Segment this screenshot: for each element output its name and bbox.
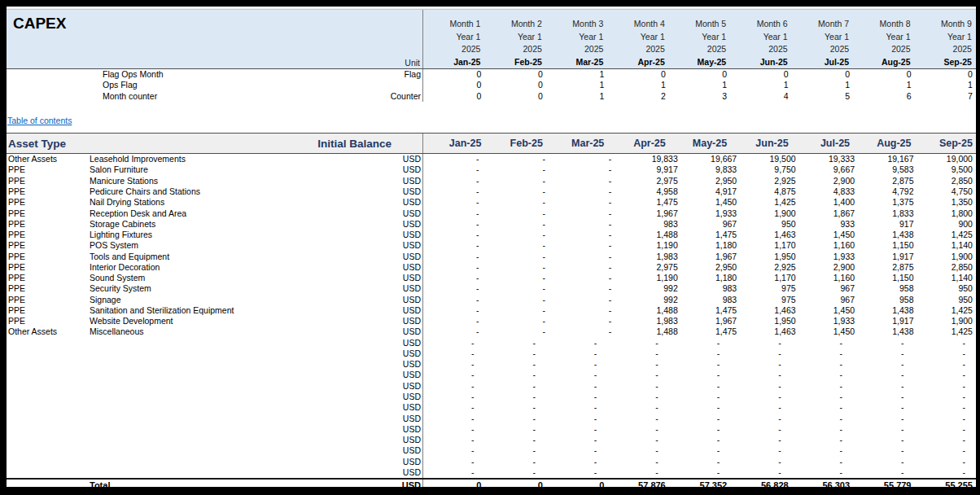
- asset-name-cell[interactable]: Website Development: [90, 316, 372, 326]
- asset-name-cell[interactable]: Signage: [90, 295, 372, 305]
- total-value-cell[interactable]: 55,779: [853, 480, 914, 487]
- capex-value-cell[interactable]: -: [546, 414, 607, 424]
- capex-value-cell[interactable]: 950: [917, 283, 976, 294]
- capex-value-cell[interactable]: -: [853, 392, 914, 402]
- capex-value-cell[interactable]: 1,450: [799, 230, 858, 240]
- asset-unit-cell[interactable]: USD: [372, 186, 422, 197]
- asset-type-cell[interactable]: [7, 424, 90, 435]
- capex-value-cell[interactable]: 1,983: [622, 252, 680, 262]
- capex-value-cell[interactable]: -: [489, 273, 555, 283]
- capex-value-cell[interactable]: -: [546, 402, 607, 413]
- capex-value-cell[interactable]: 1,463: [740, 230, 798, 240]
- flag-value-cell[interactable]: 5: [792, 91, 853, 102]
- capex-value-cell[interactable]: -: [730, 402, 791, 413]
- capex-value-cell[interactable]: -: [423, 414, 484, 424]
- capex-value-cell[interactable]: 2,950: [681, 176, 740, 186]
- capex-value-cell[interactable]: -: [915, 359, 976, 370]
- asset-type-cell[interactable]: [7, 338, 90, 348]
- capex-value-cell[interactable]: -: [730, 457, 791, 467]
- asset-name-cell[interactable]: [90, 392, 372, 402]
- capex-value-cell[interactable]: -: [423, 424, 484, 435]
- capex-value-cell[interactable]: -: [489, 176, 555, 186]
- capex-value-cell[interactable]: -: [730, 359, 791, 370]
- capex-value-cell[interactable]: -: [423, 295, 489, 305]
- asset-type-cell[interactable]: Other Assets: [7, 326, 90, 337]
- capex-value-cell[interactable]: -: [546, 467, 607, 478]
- asset-type-cell[interactable]: PPE: [7, 176, 90, 186]
- capex-value-cell[interactable]: 19,833: [622, 154, 680, 164]
- capex-value-cell[interactable]: 1,425: [740, 197, 798, 208]
- capex-value-cell[interactable]: -: [546, 457, 607, 467]
- capex-value-cell[interactable]: 1,933: [799, 252, 858, 262]
- capex-value-cell[interactable]: 19,500: [740, 154, 798, 164]
- asset-type-cell[interactable]: PPE: [7, 219, 90, 230]
- capex-value-cell[interactable]: 4,750: [917, 186, 976, 197]
- capex-value-cell[interactable]: 1,450: [681, 197, 740, 208]
- capex-value-cell[interactable]: -: [915, 457, 976, 467]
- flag-row-label[interactable]: Flag Ops Month: [7, 69, 348, 80]
- capex-value-cell[interactable]: -: [556, 154, 622, 164]
- capex-value-cell[interactable]: -: [792, 359, 853, 370]
- capex-value-cell[interactable]: -: [607, 402, 668, 413]
- capex-value-cell[interactable]: -: [853, 467, 914, 478]
- capex-value-cell[interactable]: -: [546, 338, 607, 348]
- asset-unit-cell[interactable]: USD: [372, 359, 422, 370]
- asset-unit-cell[interactable]: USD: [372, 230, 422, 240]
- asset-name-cell[interactable]: Lighting Fixtures: [90, 230, 372, 240]
- capex-value-cell[interactable]: 2,975: [622, 176, 680, 186]
- capex-value-cell[interactable]: -: [607, 414, 668, 424]
- asset-name-cell[interactable]: [90, 381, 372, 392]
- capex-value-cell[interactable]: -: [853, 338, 914, 348]
- asset-name-cell[interactable]: Sound System: [90, 273, 372, 283]
- asset-type-cell[interactable]: [7, 402, 90, 413]
- flag-row-label[interactable]: Ops Flag: [7, 80, 348, 90]
- capex-value-cell[interactable]: 983: [681, 283, 740, 294]
- capex-value-cell[interactable]: -: [556, 197, 622, 208]
- capex-value-cell[interactable]: 19,167: [858, 154, 917, 164]
- asset-type-cell[interactable]: [7, 370, 90, 380]
- asset-name-cell[interactable]: Storage Cabinets: [90, 219, 372, 230]
- capex-value-cell[interactable]: 1,488: [622, 230, 680, 240]
- capex-value-cell[interactable]: -: [484, 414, 545, 424]
- capex-value-cell[interactable]: -: [423, 283, 489, 294]
- total-value-cell[interactable]: 0: [423, 480, 484, 487]
- capex-value-cell[interactable]: -: [546, 370, 607, 380]
- asset-name-cell[interactable]: [90, 445, 372, 456]
- asset-type-cell[interactable]: [7, 381, 90, 392]
- month-header-cell[interactable]: Sep-25: [915, 134, 976, 153]
- flag-row-label[interactable]: Month counter: [7, 91, 348, 102]
- capex-value-cell[interactable]: -: [607, 424, 668, 435]
- capex-value-cell[interactable]: -: [853, 348, 914, 359]
- capex-value-cell[interactable]: 1,800: [917, 208, 976, 219]
- capex-value-cell[interactable]: -: [853, 370, 914, 380]
- flag-row-unit-cell[interactable]: Flag: [348, 69, 422, 80]
- asset-type-cell[interactable]: [7, 414, 90, 424]
- flag-value-cell[interactable]: 3: [669, 91, 730, 102]
- asset-unit-cell[interactable]: USD: [372, 219, 422, 230]
- total-unit-cell[interactable]: USD: [372, 480, 422, 487]
- flag-value-cell[interactable]: 4: [730, 91, 791, 102]
- capex-value-cell[interactable]: -: [853, 402, 914, 413]
- capex-value-cell[interactable]: -: [792, 370, 853, 380]
- capex-value-cell[interactable]: 1,488: [622, 305, 680, 316]
- capex-value-cell[interactable]: -: [669, 457, 730, 467]
- capex-value-cell[interactable]: 19,000: [917, 154, 976, 164]
- asset-type-cell[interactable]: [7, 392, 90, 402]
- capex-value-cell[interactable]: -: [484, 445, 545, 456]
- capex-value-cell[interactable]: -: [423, 262, 489, 273]
- asset-unit-cell[interactable]: USD: [372, 154, 422, 164]
- capex-value-cell[interactable]: -: [423, 370, 484, 380]
- asset-unit-cell[interactable]: USD: [372, 381, 422, 392]
- capex-value-cell[interactable]: 1,488: [622, 326, 680, 337]
- asset-unit-cell[interactable]: USD: [372, 392, 422, 402]
- capex-value-cell[interactable]: -: [556, 176, 622, 186]
- capex-value-cell[interactable]: 1,475: [622, 197, 680, 208]
- capex-value-cell[interactable]: -: [423, 435, 484, 445]
- capex-value-cell[interactable]: 1,983: [622, 316, 680, 326]
- capex-value-cell[interactable]: -: [730, 348, 791, 359]
- capex-value-cell[interactable]: -: [607, 435, 668, 445]
- capex-value-cell[interactable]: -: [484, 424, 545, 435]
- capex-value-cell[interactable]: 1,950: [740, 316, 798, 326]
- capex-value-cell[interactable]: -: [556, 295, 622, 305]
- capex-value-cell[interactable]: -: [792, 381, 853, 392]
